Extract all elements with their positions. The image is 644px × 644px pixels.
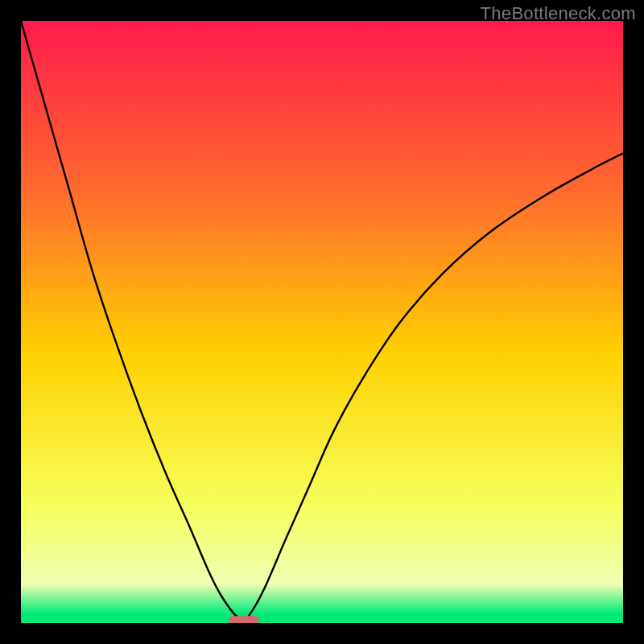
chart-frame xyxy=(21,21,623,623)
gradient-background xyxy=(21,21,623,623)
watermark-text: TheBottleneck.com xyxy=(481,3,636,24)
bottleneck-chart xyxy=(21,21,623,623)
notch-marker xyxy=(229,616,258,623)
